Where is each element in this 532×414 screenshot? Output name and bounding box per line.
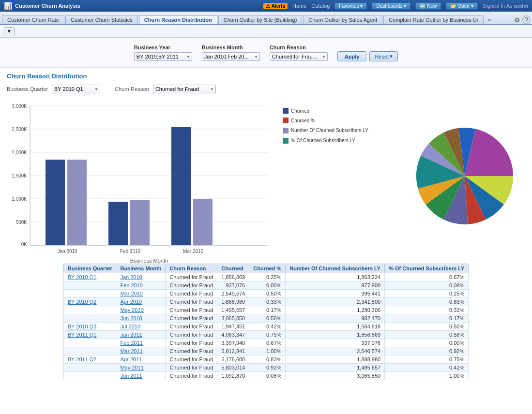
table-cell: [63, 314, 116, 323]
month-link[interactable]: Jun 2011: [120, 373, 142, 379]
data-table-container: Business Quarter Business Month Churn Re…: [7, 264, 525, 380]
month-link[interactable]: Apr 2010: [120, 299, 142, 305]
table-cell[interactable]: Mar 2011: [116, 347, 166, 355]
charts-row: 3,000K 2,500K 2,000K 1,500K 1,000K 500K …: [7, 98, 525, 254]
svg-text:2,000K: 2,000K: [12, 150, 27, 155]
table-cell[interactable]: BY 2011 Q1: [63, 331, 116, 339]
reset-button[interactable]: Reset ▾: [369, 51, 398, 61]
home-link[interactable]: Home: [292, 3, 306, 9]
quarter-link[interactable]: BY 2011 Q1: [68, 332, 97, 338]
table-cell: [63, 339, 116, 347]
tab-churn-reason-distribution[interactable]: Churn Reason Distribution: [139, 15, 217, 24]
tab-complain-rate-outlier[interactable]: Complain Rate Outlier by Business Ur: [383, 15, 484, 24]
month-link[interactable]: Apr 2011: [120, 356, 142, 362]
signed-in-label: Signed In As ocdm: [483, 3, 528, 9]
table-cell: Churned for Fraud: [166, 273, 217, 281]
bq-select[interactable]: BY 2010 Q1: [52, 85, 100, 93]
table-cell[interactable]: Feb 2010: [116, 281, 166, 290]
month-link[interactable]: Jan 2010: [120, 274, 142, 280]
bar-chart-svg: 3,000K 2,500K 2,000K 1,500K 1,000K 500K …: [7, 98, 278, 253]
month-link[interactable]: Mar 2011: [120, 348, 142, 354]
table-cell[interactable]: BY 2011 Q2: [63, 355, 116, 364]
table-cell: 1,280,300: [286, 306, 385, 314]
col-header-churned-pct: Churned %: [249, 264, 286, 273]
col-header-quarter: Business Quarter: [63, 264, 116, 273]
table-row: Feb 2011Churned for Fraud3,397,9400.67%9…: [63, 339, 468, 347]
legend-churned-pct-label: Churned %: [291, 118, 315, 123]
table-cell[interactable]: Jan 2011: [116, 331, 166, 339]
tab-settings-icon[interactable]: ⚙: [514, 16, 520, 24]
cr-select[interactable]: Churned for Fraud: [153, 85, 216, 93]
table-cell[interactable]: Mar 2010: [116, 290, 166, 298]
table-row: BY 2011 Q2Apr 2011Churned for Fraud5,178…: [63, 355, 468, 364]
business-year-label: Business Year: [134, 44, 192, 50]
table-cell[interactable]: Jun 2010: [116, 314, 166, 323]
business-month-select[interactable]: Jan 2010;Feb 20...: [202, 52, 260, 61]
svg-text:1,500K: 1,500K: [12, 173, 27, 178]
alert-badge[interactable]: ⚠ Alerts: [263, 3, 288, 9]
catalog-link[interactable]: Catalog: [311, 3, 330, 9]
table-cell: 1,888,980: [286, 355, 385, 364]
table-cell[interactable]: Jun 2011: [116, 372, 166, 380]
table-cell: 0.67%: [249, 339, 286, 347]
month-link[interactable]: May 2011: [120, 365, 143, 370]
table-cell: 5,803,014: [217, 364, 249, 372]
favorites-menu[interactable]: Favorites ▾: [334, 2, 367, 10]
business-year-select[interactable]: BY 2010;BY 2011: [134, 52, 192, 61]
month-link[interactable]: Feb 2010: [120, 282, 142, 288]
table-cell[interactable]: Apr 2011: [116, 355, 166, 364]
quarter-link[interactable]: BY 2010 Q1: [68, 274, 97, 280]
table-cell[interactable]: May 2011: [116, 364, 166, 372]
table-cell[interactable]: Jul 2010: [116, 323, 166, 331]
cr-control-group: Churn Reason Churned for Fraud: [115, 85, 216, 93]
table-cell[interactable]: BY 2010 Q2: [63, 298, 116, 306]
table-cell[interactable]: BY 2010 Q1: [63, 273, 116, 281]
data-table: Business Quarter Business Month Churn Re…: [63, 264, 469, 380]
collapse-button[interactable]: ▼: [4, 27, 15, 35]
table-cell: Churned for Fraud: [166, 306, 217, 314]
col-header-pct-ly: % Of Churned Subscribers LY: [385, 264, 469, 273]
table-cell: 5,178,600: [217, 355, 249, 364]
quarter-link[interactable]: BY 2010 Q3: [68, 324, 97, 329]
apply-button[interactable]: Apply: [337, 51, 367, 61]
legend-num-ly-color: [283, 128, 289, 133]
month-link[interactable]: Feb 2011: [120, 340, 142, 346]
table-cell: 0.00%: [385, 339, 469, 347]
table-cell: [63, 364, 116, 372]
table-cell[interactable]: Jan 2010: [116, 273, 166, 281]
month-link[interactable]: Mar 2010: [120, 291, 142, 296]
dashboards-menu[interactable]: Dashboards ▾: [372, 2, 410, 10]
churn-reason-filter: Churn Reason Churned for Frau...: [270, 44, 328, 61]
quarter-link[interactable]: BY 2010 Q2: [68, 299, 97, 305]
bar-jan-churned: [46, 160, 65, 245]
tab-customer-churn-statistics[interactable]: Customer Churn Statistics: [65, 15, 138, 24]
business-year-filter: Business Year BY 2010;BY 2011: [134, 44, 192, 61]
col-header-reason: Churn Reason: [166, 264, 217, 273]
table-cell: [63, 372, 116, 380]
table-cell[interactable]: Apr 2010: [116, 298, 166, 306]
quarter-link[interactable]: BY 2011 Q2: [68, 356, 97, 362]
tab-churn-outlier-sales[interactable]: Churn Outlier by Sales Agent: [303, 15, 382, 24]
more-tabs-button[interactable]: »: [485, 15, 494, 24]
svg-text:1,000K: 1,000K: [12, 196, 27, 202]
open-button[interactable]: 📂 Open ▾: [446, 2, 477, 10]
month-link[interactable]: May 2010: [120, 307, 143, 313]
new-button[interactable]: 🆕 New: [415, 2, 441, 10]
legend-pct-ly: % Of Churned Subscribers LY: [283, 137, 370, 144]
chart-controls: Business Quarter BY 2010 Q1 Churn Reason…: [7, 85, 525, 93]
chart-legend: Churned Churned % Number Of Churned Subs…: [283, 108, 370, 144]
month-link[interactable]: Jun 2010: [120, 315, 142, 321]
tab-icons: ⚙ ?: [514, 15, 530, 24]
table-cell: 0.67%: [385, 273, 469, 281]
month-link[interactable]: Jul 2010: [120, 324, 140, 329]
tab-customer-churn-rate[interactable]: Customer Churn Rate: [2, 15, 64, 24]
tab-help-icon[interactable]: ?: [522, 15, 530, 24]
month-link[interactable]: Jan 2011: [120, 332, 142, 338]
table-cell[interactable]: BY 2010 Q3: [63, 323, 116, 331]
legend-churned-pct-color: [283, 118, 289, 123]
table-cell: 0.25%: [385, 290, 469, 298]
tab-churn-outlier-site[interactable]: Churn Outlier by Site (Building): [218, 15, 303, 24]
churn-reason-select[interactable]: Churned for Frau...: [270, 52, 328, 61]
table-cell[interactable]: Feb 2011: [116, 339, 166, 347]
table-cell[interactable]: May 2010: [116, 306, 166, 314]
